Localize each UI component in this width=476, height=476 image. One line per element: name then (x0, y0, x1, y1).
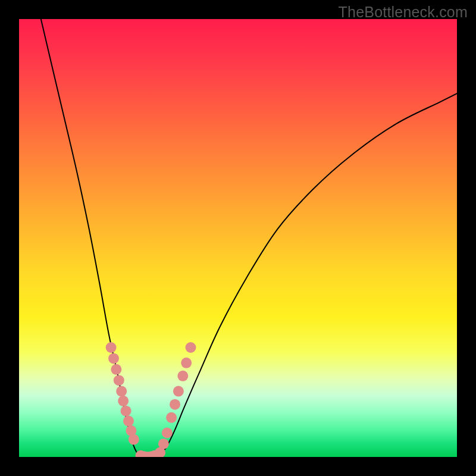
data-point (129, 434, 139, 445)
data-point (158, 439, 169, 449)
data-point (170, 399, 180, 410)
data-point (123, 416, 134, 427)
data-point (173, 386, 184, 397)
bottleneck-curve (41, 19, 457, 457)
data-point (121, 406, 131, 416)
watermark-text: TheBottleneck.com (339, 4, 468, 21)
data-point (162, 428, 173, 439)
data-point (106, 342, 117, 353)
data-point (114, 375, 124, 386)
data-point (177, 371, 188, 381)
data-point (118, 396, 129, 406)
plot-area (19, 19, 457, 457)
curve-layer (19, 19, 457, 457)
data-point (166, 412, 177, 423)
data-point (181, 358, 192, 368)
chart-frame: TheBottleneck.com (0, 0, 476, 476)
data-point (116, 386, 127, 397)
data-point (111, 364, 121, 375)
data-point (186, 342, 196, 353)
data-point (108, 353, 119, 364)
